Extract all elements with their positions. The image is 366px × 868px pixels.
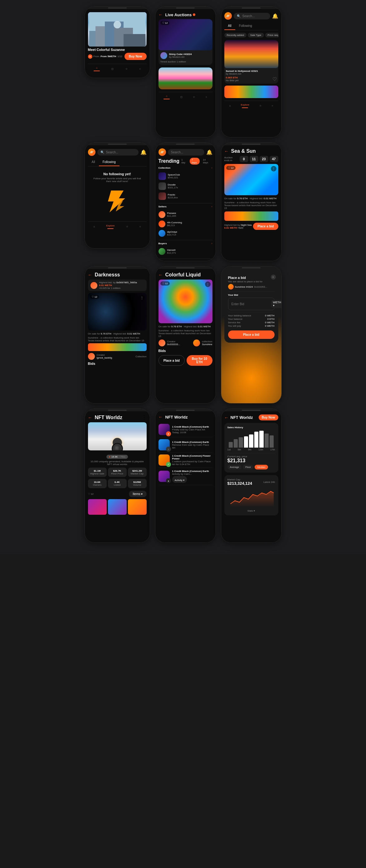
dark-description: Sunshine - a collection featuring work f…	[88, 336, 147, 342]
more-btn-cl[interactable]: ⋮	[205, 281, 211, 287]
sellers-header: Sellers	[159, 205, 167, 208]
nav-favorites-3[interactable]: ☆	[259, 104, 262, 107]
cl-description: Sunshine - a collection featuring work f…	[159, 329, 212, 338]
activity-item-4: ● 1 Credit Black (Common) Earth Activity…	[159, 468, 212, 485]
stats-btn[interactable]: Stats ▾	[228, 509, 275, 512]
bid-for: ≈0.025 for 1 edition	[99, 287, 137, 289]
modal-place-bid-btn[interactable]: Place a bid	[228, 331, 274, 339]
more-btn-worldz[interactable]: ⋮	[142, 414, 147, 421]
floor-chip[interactable]: Floor	[243, 465, 253, 469]
tab-following[interactable]: Following	[235, 22, 256, 30]
median-chip[interactable]: Median	[255, 465, 268, 469]
market-cap-label: Market Cap	[228, 478, 253, 481]
activity-dropdown[interactable]: Activity ▾	[175, 479, 185, 482]
modal-close-btn[interactable]: ✕	[271, 275, 276, 280]
search-input-2[interactable]	[106, 151, 135, 154]
place-bid-button[interactable]: Place a bid	[253, 223, 278, 230]
phone-live-auctions: ← Live Auctions ♡ 12 Shiny Cube #43	[155, 6, 216, 137]
currency-selector[interactable]: WETH ▾	[271, 300, 282, 308]
nav-favorites-4[interactable]: ☆	[126, 225, 128, 228]
filter-price-range[interactable]: Price range	[265, 33, 278, 37]
bell-icon[interactable]: 🔔	[272, 13, 278, 19]
search-input-3[interactable]	[171, 151, 201, 154]
nav-gallery-2[interactable]: ◻	[180, 96, 182, 98]
buy-now-btn-sales[interactable]: Buy Now	[259, 414, 278, 421]
nav-home[interactable]: ⌂	[94, 66, 100, 71]
bid-subtitle: You are about to place a bid for	[228, 280, 274, 283]
back-arrow-icon[interactable]: ←	[159, 12, 163, 17]
back-arrow-3[interactable]: ←	[88, 272, 92, 277]
back-arrow-5[interactable]: ←	[88, 415, 92, 420]
time-tab-1day[interactable]: 1 day	[179, 158, 189, 165]
filter-sale-type[interactable]: Sale Type	[248, 33, 264, 37]
nav-favorites-2[interactable]: ☆	[193, 96, 195, 98]
nav-explore-4[interactable]: Explore	[106, 224, 114, 229]
heart-btn-sea[interactable]: ♡ 12	[226, 166, 236, 170]
nav-explore-3[interactable]: Explore	[241, 103, 249, 108]
more-btn-sea[interactable]: ⋮	[271, 166, 276, 172]
nav-home-3[interactable]: ⌂	[229, 104, 231, 107]
time-tab-7days[interactable]: 7 days	[190, 158, 200, 165]
bell-icon-3[interactable]: 🔔	[206, 149, 212, 155]
cl-bids-label: Bids	[159, 349, 212, 353]
balance-label: Your balance	[228, 318, 242, 320]
price-value: From 5WETH	[100, 55, 116, 58]
activity-item-2-name: 1 Credit Black (Common) Earth	[172, 441, 212, 443]
place-bid-modal-title: Place a bid	[228, 276, 274, 280]
bid-amount-input[interactable]	[232, 302, 271, 306]
nav-home-4[interactable]: ⌂	[94, 225, 95, 228]
heart-button[interactable]: ♡ 12	[160, 21, 170, 25]
tab-following-2[interactable]: Following	[99, 158, 120, 166]
activity-dot-2: ○	[166, 447, 171, 452]
lightning-artwork	[88, 186, 147, 219]
buyers-more[interactable]: ›	[211, 242, 212, 245]
nav-profile[interactable]: ○	[139, 67, 141, 70]
buy-now-button[interactable]: Buy Now	[125, 53, 147, 60]
collection-more[interactable]: ›	[211, 166, 212, 169]
nav-favorites[interactable]: ☆	[126, 67, 128, 70]
svg-point-6	[113, 21, 121, 28]
cl-creator: 0x333333...	[167, 343, 180, 346]
heart-btn-dark[interactable]: ♡ 12	[90, 295, 99, 299]
items-dropdown[interactable]: Items ▾	[129, 491, 146, 497]
nav-profile-3[interactable]: ○	[272, 104, 273, 107]
avg-chip[interactable]: Average	[228, 465, 242, 469]
nav-home-2[interactable]: ⌂	[164, 95, 170, 99]
heart-icon[interactable]: ♡	[272, 76, 277, 82]
highest-bid-by: Highest bid by Night Sea	[224, 224, 252, 226]
back-arrow-2[interactable]: ←	[224, 149, 229, 154]
nft1-by: by Modern Art	[169, 56, 192, 58]
search-input[interactable]	[242, 14, 267, 18]
activity-list: 6 1 Credit Black (Common) Earth Finally …	[159, 422, 212, 485]
buy-button-cl[interactable]: Buy for 10 ETH	[187, 355, 212, 366]
bid-nft-name: Sunshine #4324	[235, 285, 253, 288]
latest-24h: Latest 24h	[263, 481, 275, 484]
seller-1-name: Peewee	[167, 212, 212, 215]
collection-3-name: Fractix	[168, 193, 212, 196]
heart-btn-cl[interactable]: ♡ 12	[160, 281, 170, 285]
tab-all[interactable]: All	[224, 22, 235, 30]
more-btn-dark[interactable]: ⋮	[139, 295, 145, 301]
service-fee-value: 0 WETH	[265, 321, 274, 324]
activity-item-2: ○ 1 Credit Black (Common) Earth Remove f…	[159, 437, 212, 453]
stat-highest-sale: $1.1M Highest Sale	[88, 468, 107, 477]
nft-worldz-sales-title: NFT Worldz	[231, 415, 253, 420]
back-arrow-4[interactable]: ←	[159, 272, 163, 277]
nav-profile-2[interactable]: ○	[206, 96, 207, 98]
back-arrow-7[interactable]: ←	[224, 415, 229, 420]
place-bid-button-cl[interactable]: Place a bid	[159, 355, 185, 366]
search-icon-2: 🔍	[100, 151, 104, 154]
sellers-more[interactable]: ›	[211, 205, 212, 208]
filter-recently-added[interactable]: Recently added	[224, 33, 247, 37]
activity-item-3-action: 1 edition purchased by Calm Place Art fo…	[172, 460, 212, 466]
back-arrow-6[interactable]: ←	[159, 414, 163, 420]
activity-item-4-name: 1 Credit Black (Common) Earth	[172, 470, 212, 472]
time-tab-14days[interactable]: 14 days	[201, 158, 212, 165]
seller-3-name: dipOrdye	[167, 230, 212, 233]
live-auctions-title: Live Auctions	[165, 12, 192, 17]
nav-profile-4[interactable]: ○	[139, 225, 141, 228]
nav-gallery[interactable]: ◻	[111, 67, 113, 70]
tab-all-2[interactable]: All	[88, 158, 99, 166]
activity-item-1-name: 1 Credit Black (Common) Earth	[172, 426, 212, 428]
bell-icon-2[interactable]: 🔔	[140, 149, 147, 155]
